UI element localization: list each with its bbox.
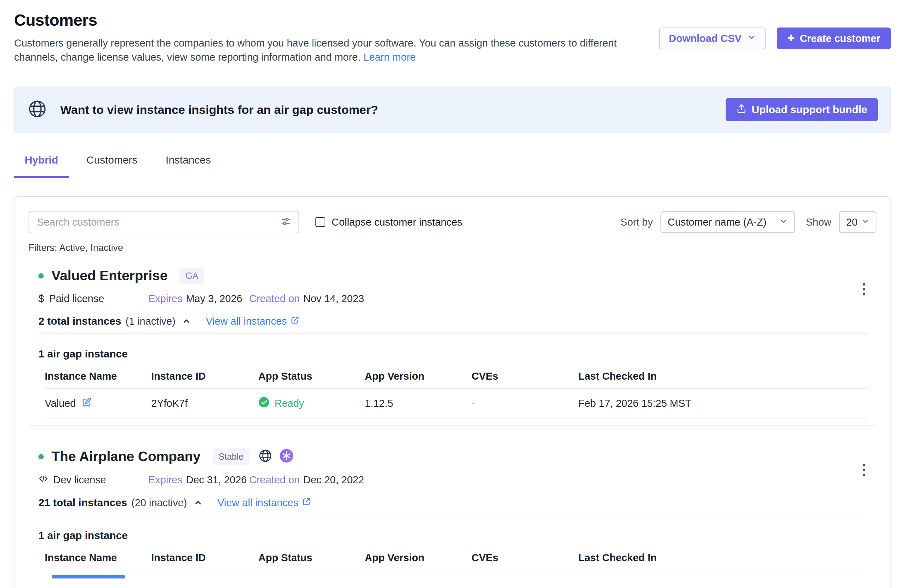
customer-name[interactable]: Valued Enterprise	[51, 268, 167, 283]
page-title: Customers	[14, 11, 634, 30]
dollar-icon: $	[38, 293, 44, 305]
show-select-value: 20	[846, 216, 857, 228]
upload-icon	[736, 103, 747, 116]
customer-section-the-airplane-company: The Airplane Company Stable	[29, 447, 876, 578]
expires-value: Dec 31, 2026	[186, 474, 247, 486]
customers-card: Collapse customer instances Sort by Cust…	[14, 196, 891, 588]
customer-menu-kebab-icon[interactable]	[861, 281, 867, 297]
table-row: Valued 2YfoK7f Ready	[45, 389, 868, 418]
col-last-checked-in: Last Checked In	[578, 370, 868, 382]
page-header: Customers Customers generally represent …	[14, 11, 891, 64]
expires-label: Expires	[148, 293, 183, 305]
chevron-down-icon	[747, 33, 756, 44]
sort-by-label: Sort by	[621, 216, 653, 228]
download-csv-button[interactable]: Download CSV	[659, 27, 766, 49]
section-divider	[38, 515, 868, 515]
cves: -	[472, 397, 578, 409]
airgap-instance-heading: 1 air gap instance	[38, 348, 868, 360]
create-customer-button[interactable]: + Create customer	[777, 27, 891, 49]
filter-sliders-icon[interactable]	[280, 216, 291, 229]
instance-id: 2YfoK7f	[151, 397, 258, 409]
license-type-label: Dev license	[53, 474, 106, 486]
airgap-banner-question: Want to view instance insights for an ai…	[60, 103, 713, 117]
show-select[interactable]: 20	[839, 211, 876, 233]
chevron-down-icon	[780, 216, 788, 228]
collapse-chevron-up-icon[interactable]	[194, 498, 203, 507]
customer-header: Valued Enterprise GA	[38, 266, 868, 285]
check-circle-icon	[258, 397, 270, 410]
license-type: $ Paid license	[38, 293, 148, 305]
expires-date: Expires May 3, 2026	[148, 293, 249, 305]
toolbar: Collapse customer instances Sort by Cust…	[29, 211, 876, 234]
tab-hybrid[interactable]: Hybrid	[14, 153, 69, 178]
instances-table: Instance Name Instance ID App Status App…	[38, 552, 868, 578]
col-app-status: App Status	[258, 370, 365, 382]
view-all-instances-link[interactable]: View all instances	[206, 316, 300, 327]
created-label: Created on	[249, 474, 300, 486]
customer-header: The Airplane Company Stable	[38, 447, 868, 466]
created-value: Nov 14, 2023	[303, 293, 364, 305]
collapse-instances-checkbox[interactable]	[315, 217, 325, 227]
channel-badge: Stable	[213, 448, 249, 465]
sort-select-value: Customer name (A-Z)	[667, 216, 766, 228]
airgap-globe-icon	[258, 448, 273, 465]
expires-label: Expires	[148, 474, 183, 486]
instances-inactive: (1 inactive)	[125, 316, 176, 327]
instances-total: 21 total instances	[38, 497, 127, 509]
instances-inactive: (20 inactive)	[132, 497, 187, 509]
tab-customers[interactable]: Customers	[76, 153, 148, 178]
instances-table-header: Instance Name Instance ID App Status App…	[45, 552, 868, 571]
license-type: Dev license	[38, 474, 148, 486]
instances-total: 2 total instances	[38, 315, 121, 327]
view-all-instances-label: View all instances	[206, 316, 287, 327]
customer-type-icons	[258, 448, 294, 465]
app-status: Ready	[275, 397, 304, 409]
view-all-instances-label: View all instances	[218, 497, 298, 509]
col-cves: CVEs	[472, 370, 578, 382]
learn-more-link[interactable]: Learn more	[364, 51, 416, 63]
page-description-text: Customers generally represent the compan…	[14, 37, 617, 63]
col-cves: CVEs	[472, 552, 578, 564]
customer-menu-kebab-icon[interactable]	[861, 462, 867, 478]
last-checked-in: Feb 17, 2026 15:25 MST	[578, 397, 868, 409]
upload-support-bundle-button[interactable]: Upload support bundle	[726, 98, 878, 121]
expires-date: Expires Dec 31, 2026	[148, 474, 249, 486]
section-divider	[38, 334, 868, 334]
collapse-instances-label: Collapse customer instances	[332, 216, 462, 228]
airgap-instance-heading: 1 air gap instance	[38, 529, 868, 542]
plus-icon: +	[787, 32, 795, 44]
show-label: Show	[806, 216, 831, 228]
edit-icon[interactable]	[81, 397, 92, 410]
instances-table-header: Instance Name Instance ID App Status App…	[45, 370, 868, 389]
instances-table: Instance Name Instance ID App Status App…	[38, 370, 868, 418]
col-app-version: App Version	[365, 552, 472, 564]
col-app-version: App Version	[365, 370, 472, 382]
license-row: Dev license Expires Dec 31, 2026 Created…	[38, 474, 868, 486]
created-value: Dec 20, 2022	[303, 474, 364, 486]
sort-select[interactable]: Customer name (A-Z)	[660, 211, 795, 233]
col-last-checked-in: Last Checked In	[578, 552, 868, 564]
app-helm-icon	[279, 448, 294, 465]
active-filters-note: Filters: Active, Inactive	[29, 243, 876, 253]
instance-name-cell: Valued	[45, 397, 151, 410]
col-instance-id: Instance ID	[151, 370, 258, 382]
search-input[interactable]	[36, 216, 275, 229]
instances-summary-row: 21 total instances (20 inactive) View al…	[38, 497, 868, 509]
customer-divider	[29, 426, 876, 426]
search-box	[29, 211, 299, 234]
created-date: Created on Nov 14, 2023	[249, 293, 364, 305]
customer-section-valued-enterprise: Valued Enterprise GA $ Paid license Expi…	[29, 266, 876, 418]
created-date: Created on Dec 20, 2022	[249, 474, 364, 486]
tab-instances[interactable]: Instances	[155, 153, 221, 178]
col-instance-id: Instance ID	[151, 552, 258, 564]
created-label: Created on	[249, 293, 300, 305]
customer-name[interactable]: The Airplane Company	[51, 449, 200, 464]
col-instance-name: Instance Name	[45, 552, 151, 564]
code-icon	[38, 474, 48, 486]
external-link-icon	[291, 316, 300, 327]
download-csv-label: Download CSV	[669, 33, 741, 44]
tab-bar: Hybrid Customers Instances	[14, 153, 891, 178]
external-link-icon	[302, 497, 311, 509]
collapse-chevron-up-icon[interactable]	[182, 316, 191, 326]
view-all-instances-link[interactable]: View all instances	[218, 497, 311, 509]
